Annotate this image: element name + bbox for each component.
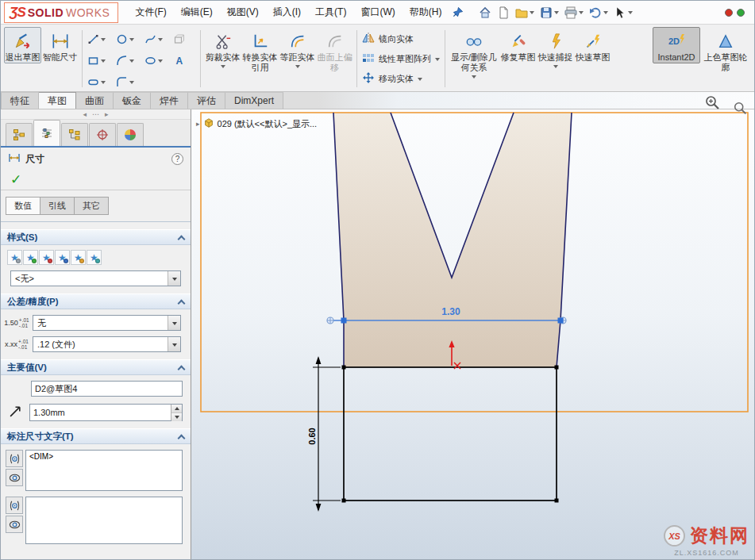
open-button[interactable] [513,5,537,21]
splitter-right-arrow-icon[interactable]: ▸ [105,110,109,118]
style-default-button[interactable]: ★ [7,250,22,265]
tab-configuration-manager[interactable] [61,123,88,146]
ribbon-display-relations-button[interactable]: 显示/删除几何关系 [449,27,499,82]
trim-dropdown-arrow[interactable] [221,65,225,71]
style-save-button[interactable]: ★ [55,250,70,265]
undo-dropdown-arrow[interactable] [603,11,608,17]
style-add-button[interactable]: ★ [23,250,38,265]
style-dropdown-button[interactable] [168,271,180,286]
subtab-value[interactable]: 数值 [6,197,40,215]
ribbon-linear-pattern-button[interactable]: 线性草图阵列 [359,49,443,69]
primary-value-section-header[interactable]: 主要值(V) [1,359,191,375]
tab-feature-manager[interactable] [6,123,33,146]
rectangle-dropdown-arrow[interactable] [101,59,106,65]
sketch-slot-tool[interactable] [84,71,113,93]
splitter-left-arrow-icon[interactable]: ◂ [83,110,87,118]
sketch-fillet-tool[interactable] [113,71,141,93]
tab-display-manager[interactable] [117,123,144,146]
ribbon-exit-sketch-button[interactable]: 退出草图 [4,27,41,63]
inspection-dimension-button[interactable] [6,516,23,533]
parenthesis-dimension-button[interactable] [6,450,23,467]
menu-window[interactable]: 窗口(W) [353,2,402,23]
move-dropdown-arrow[interactable] [418,78,422,83]
panel-splitter[interactable]: ◂ ⋯ ▸ [1,109,191,120]
home-button[interactable] [476,5,494,21]
sketch-arc-tool[interactable] [113,50,141,71]
tab-dimxpert-manager[interactable] [89,123,116,146]
flyout-feature-tree[interactable]: ▸ 029 (默认<<默认>_显示... [196,117,317,130]
tab-property-manager[interactable] [33,120,60,146]
sketch-text-tool[interactable]: A [170,50,198,71]
select-dropdown-arrow[interactable] [628,11,633,17]
ribbon-instant2d-button[interactable]: 2D Instant2D [653,27,700,63]
save-button[interactable] [537,5,561,21]
circle-dropdown-arrow[interactable] [129,38,134,44]
line-dropdown-arrow[interactable] [101,38,106,44]
tab-sheet-metal[interactable]: 钣金 [114,92,151,109]
ribbon-smart-dimension-button[interactable]: 智能尺寸 [41,27,79,63]
sketch-rectangle-tool[interactable] [84,50,113,71]
subtab-other[interactable]: 其它 [75,197,109,215]
print-button[interactable] [562,5,586,21]
ribbon-convert-entities-button[interactable]: 转换实体引用 [241,27,279,74]
sketch-vertex-handles[interactable] [342,366,559,503]
pin-menu-icon[interactable] [452,6,464,18]
menu-edit[interactable]: 编辑(E) [174,2,220,23]
dimension-text-input[interactable]: <DIM> [25,450,183,491]
ribbon-shaded-contours-button[interactable]: 上色草图轮廓 [700,27,751,74]
menu-view[interactable]: 视图(V) [220,2,266,23]
dual-dimension-text-input[interactable] [25,497,183,544]
menu-insert[interactable]: 插入(I) [266,2,308,23]
tab-evaluate[interactable]: 评估 [188,92,225,109]
select-cursor-button[interactable] [611,5,635,21]
pattern-dropdown-arrow[interactable] [435,58,440,63]
style-dropdown[interactable]: <无> [10,270,181,286]
style-delete-button[interactable]: ★ [39,250,54,265]
dimension-name-input[interactable] [31,381,183,397]
tolerance-dropdown-button[interactable] [168,316,180,330]
ribbon-mirror-entities-button[interactable]: 镜向实体 [359,29,443,49]
menu-tools[interactable]: 工具(T) [308,2,353,23]
ellipse-dropdown-arrow[interactable] [158,59,163,65]
menu-help[interactable]: 帮助(H) [403,2,449,23]
precision-dropdown-button[interactable] [168,337,180,351]
tree-root-item[interactable]: 029 (默认<<默认>_显示... [218,118,318,130]
dimension-text-section-header[interactable]: 标注尺寸文字(T) [1,428,191,444]
tab-dimxpert[interactable]: DimXpert [225,92,283,109]
style-section-header[interactable]: 样式(S) [1,229,191,245]
subtab-leaders[interactable]: 引线 [40,197,75,215]
new-document-button[interactable] [495,5,512,21]
inspection-dimension-button[interactable] [6,469,23,486]
relations-dropdown-arrow[interactable] [472,75,476,81]
graphics-area[interactable]: 0.60 1.30 [191,109,754,560]
style-apply-button[interactable]: ★ [87,250,102,265]
tab-features[interactable]: 特征 [1,92,39,109]
tolerance-section-header[interactable]: 公差/精度(P) [1,293,191,309]
slot-dropdown-arrow[interactable] [101,81,106,86]
dimension-value-input[interactable] [30,405,171,420]
open-dropdown-arrow[interactable] [530,11,534,17]
ribbon-move-entities-button[interactable]: 移动实体 [359,69,443,89]
spin-down-button[interactable] [171,413,182,421]
graphics-viewport[interactable]: 0.60 1.30 [191,109,754,560]
sketch-rectangle[interactable] [344,367,557,501]
ribbon-quick-snaps-button[interactable]: 快速捕捉 [537,27,574,71]
sketch-line-tool[interactable] [84,29,113,50]
tab-weldments[interactable]: 焊件 [151,92,188,109]
save-dropdown-arrow[interactable] [554,11,559,17]
ribbon-trim-entities-button[interactable]: 剪裁实体 [204,27,241,71]
spline-dropdown-arrow[interactable] [158,38,163,44]
resource-monitor-green-icon[interactable] [737,9,745,17]
arc-dropdown-arrow[interactable] [129,59,134,65]
help-button[interactable]: ? [171,153,183,165]
snaps-dropdown-arrow[interactable] [553,65,558,71]
resource-monitor-red-icon[interactable] [725,9,733,17]
precision-dropdown[interactable]: .12 (文件) [33,336,181,352]
tolerance-dropdown[interactable]: 无 [33,315,181,331]
ribbon-offset-entities-button[interactable]: 等距实体 [279,27,316,71]
undo-button[interactable] [587,5,611,21]
fillet-dropdown-arrow[interactable] [129,81,134,86]
magnifying-glass-icon[interactable] [704,94,722,114]
splitter-grip[interactable]: ⋯ [92,110,99,118]
flyout-expand-icon[interactable]: ▸ [196,120,200,128]
